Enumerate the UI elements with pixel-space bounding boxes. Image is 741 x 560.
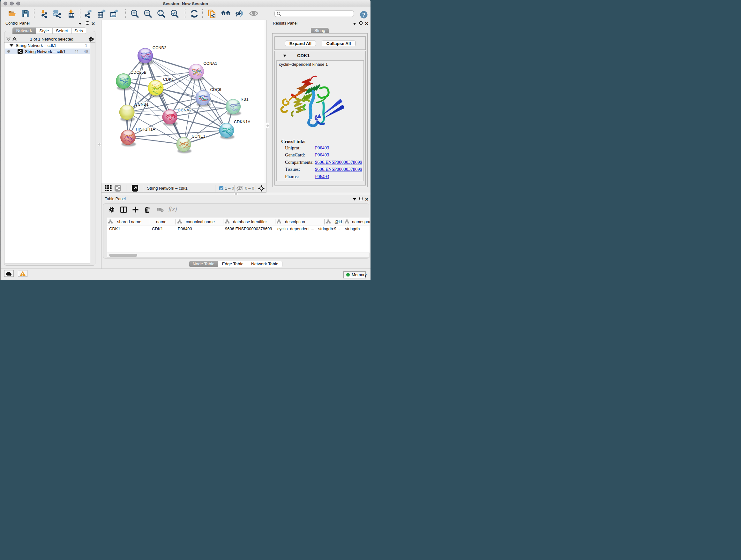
svg-text:CCNB2: CCNB2 bbox=[152, 46, 166, 50]
svg-text:?: ? bbox=[362, 12, 365, 17]
svg-text:CDK1: CDK1 bbox=[163, 77, 174, 82]
svg-text:CCNA1: CCNA1 bbox=[203, 61, 217, 66]
svg-text:CDKN1A: CDKN1A bbox=[234, 120, 251, 124]
svg-text:CCNB1: CCNB1 bbox=[135, 102, 148, 107]
svg-text:CDC6: CDC6 bbox=[210, 87, 221, 92]
svg-text:CCNA2: CCNA2 bbox=[178, 108, 192, 112]
svg-text:CDC25B: CDC25B bbox=[131, 70, 147, 75]
svg-text:RB1: RB1 bbox=[241, 97, 249, 102]
svg-text:HIST1H1A: HIST1H1A bbox=[136, 127, 155, 132]
svg-text:CCNE1: CCNE1 bbox=[192, 134, 205, 138]
